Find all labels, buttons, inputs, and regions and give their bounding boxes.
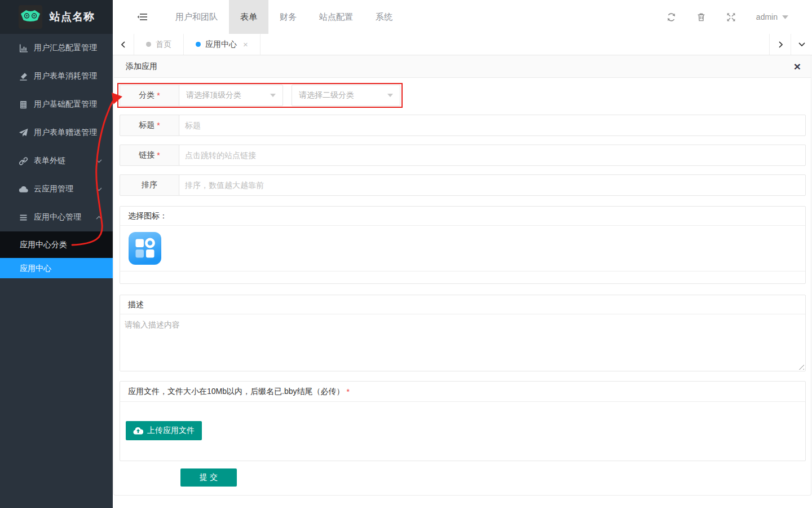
chevron-up-icon <box>96 216 102 220</box>
sidebar-item-label: 表单外链 <box>34 156 65 166</box>
tabs-scroll-right-button[interactable] <box>769 34 791 55</box>
topnav-tab-forms[interactable]: 表单 <box>229 0 268 34</box>
caret-down-icon <box>387 94 393 97</box>
link-input[interactable] <box>179 144 806 166</box>
tabbar-spacer <box>261 34 769 55</box>
app-file-title: 应用文件，文件大小在10Mb以内，后缀名已.bby结尾（必传）* <box>120 382 805 402</box>
chevron-down-icon <box>96 187 102 191</box>
title-input[interactable] <box>179 115 806 136</box>
app-file-body: 上传应用文件 <box>120 402 805 461</box>
topnav-tab-finance[interactable]: 财务 <box>268 0 308 34</box>
send-icon <box>19 128 28 138</box>
tabs-scroll-left-button[interactable] <box>113 34 134 55</box>
title-label: 标题* <box>120 115 179 136</box>
field-label-text: 排序 <box>142 180 157 190</box>
page-tab-label: 应用中心 <box>205 40 237 50</box>
tab-status-dot <box>146 42 151 47</box>
sidebar-item-label: 应用中心管理 <box>34 212 81 222</box>
sidebar: 站点名称 用户汇总配置管理 用户表单消耗管理 用户基础配置管理 <box>0 0 113 508</box>
eraser-icon <box>19 72 28 81</box>
menu-list-icon <box>19 213 28 222</box>
sidebar-item-app-center-management[interactable]: 应用中心管理 <box>0 203 113 231</box>
top-header: 用户和团队 表单 财务 站点配置 系统 admin <box>113 0 812 34</box>
field-label-text: 分类 <box>139 90 155 100</box>
page-tabbar: 首页 应用中心 × <box>113 34 812 55</box>
submit-button[interactable]: 提 交 <box>180 468 237 487</box>
tab-close-icon[interactable]: × <box>243 40 248 49</box>
topnav: 用户和团队 表单 财务 站点配置 系统 <box>164 0 404 34</box>
description-textarea[interactable] <box>120 314 805 371</box>
upload-cloud-icon <box>133 427 143 435</box>
close-panel-button[interactable]: × <box>794 60 801 72</box>
sidebar-item-user-summary-config[interactable]: 用户汇总配置管理 <box>0 34 113 62</box>
site-name: 站点名称 <box>50 10 95 24</box>
tab-status-dot <box>196 42 201 47</box>
required-mark: * <box>157 121 160 130</box>
title-row: 标题* <box>120 115 806 136</box>
topnav-tab-users-teams[interactable]: 用户和团队 <box>164 0 229 34</box>
caret-down-icon <box>782 15 788 19</box>
cloud-icon <box>19 185 28 194</box>
link-row: 链接* <box>120 144 806 166</box>
file-section-title-text: 应用文件，文件大小在10Mb以内，后缀名已.bby结尾（必传） <box>128 387 344 397</box>
username: admin <box>756 12 778 21</box>
trash-icon[interactable] <box>696 12 706 22</box>
field-label-text: 标题 <box>139 120 155 130</box>
icon-section-footer <box>120 271 805 283</box>
sidebar-subitem-app-center[interactable]: 应用中心 <box>0 258 113 278</box>
app-root: 站点名称 用户汇总配置管理 用户表单消耗管理 用户基础配置管理 <box>0 0 812 508</box>
link-label: 链接* <box>120 144 179 166</box>
field-label-text: 链接 <box>139 150 155 160</box>
topnav-tab-site-config[interactable]: 站点配置 <box>308 0 364 34</box>
select-placeholder: 请选择顶级分类 <box>186 90 241 100</box>
category-label: 分类* <box>120 85 179 106</box>
sidebar-item-label: 用户表单消耗管理 <box>34 71 97 81</box>
icon-section-title: 选择图标： <box>120 207 805 226</box>
add-app-form: 分类* 请选择顶级分类 请选择二级分类 标题* <box>114 78 811 495</box>
sidebar-item-label: 用户表单赠送管理 <box>34 128 97 138</box>
user-menu[interactable]: admin <box>756 12 788 21</box>
sidebar-item-form-external-link[interactable]: 表单外链 <box>0 147 113 175</box>
top-category-select[interactable]: 请选择顶级分类 <box>179 85 283 106</box>
sidebar-submenu: 应用中心分类 应用中心 <box>0 231 113 278</box>
upload-app-file-button[interactable]: 上传应用文件 <box>126 421 202 440</box>
sidebar-item-label: 用户基础配置管理 <box>34 99 97 110</box>
required-mark: * <box>346 387 349 396</box>
sidebar-item-user-form-gift[interactable]: 用户表单赠送管理 <box>0 119 113 147</box>
owl-logo-icon <box>21 9 40 25</box>
category-row: 分类* 请选择顶级分类 请选择二级分类 <box>120 85 400 106</box>
app-file-section: 应用文件，文件大小在10Mb以内，后缀名已.bby结尾（必传）* 上传应用文件 <box>120 381 806 461</box>
select-placeholder: 请选择二级分类 <box>299 90 354 100</box>
refresh-icon[interactable] <box>667 12 676 22</box>
topbar-actions: admin <box>646 12 788 22</box>
caret-down-icon <box>270 94 276 97</box>
required-mark: * <box>157 151 160 160</box>
sidebar-item-user-basic-config[interactable]: 用户基础配置管理 <box>0 90 113 119</box>
add-app-panel: 添加应用 × 分类* 请选择顶级分类 请选择二级分类 <box>113 55 811 496</box>
main-area: 用户和团队 表单 财务 站点配置 系统 admin <box>113 0 812 508</box>
panel-title: 添加应用 <box>126 62 157 72</box>
sidebar-item-user-form-consumption[interactable]: 用户表单消耗管理 <box>0 62 113 90</box>
site-logo <box>19 5 42 29</box>
icon-select-section: 选择图标： <box>120 206 806 284</box>
fullscreen-icon[interactable] <box>726 12 736 22</box>
collapse-sidebar-icon[interactable] <box>137 12 148 21</box>
required-mark: * <box>157 91 160 100</box>
topnav-tab-system[interactable]: 系统 <box>364 0 404 34</box>
building-icon <box>19 100 28 110</box>
description-body <box>120 314 805 371</box>
app-grid-icon[interactable] <box>129 232 161 265</box>
page-tab-label: 首页 <box>156 40 171 50</box>
sort-label: 排序 <box>120 174 179 196</box>
description-title: 描述 <box>120 295 805 314</box>
sidebar-menu: 用户汇总配置管理 用户表单消耗管理 用户基础配置管理 用户表单赠送管理 <box>0 34 113 278</box>
description-section: 描述 <box>120 295 806 371</box>
sub-category-select[interactable]: 请选择二级分类 <box>292 85 400 106</box>
page-tab-app-center[interactable]: 应用中心 × <box>184 34 261 55</box>
sidebar-item-cloud-app-management[interactable]: 云应用管理 <box>0 175 113 203</box>
tabs-menu-button[interactable] <box>791 34 812 55</box>
panel-header: 添加应用 × <box>114 55 811 78</box>
sort-input[interactable] <box>179 174 806 196</box>
sidebar-subitem-app-center-category[interactable]: 应用中心分类 <box>0 231 113 258</box>
page-tab-home[interactable]: 首页 <box>134 34 184 55</box>
